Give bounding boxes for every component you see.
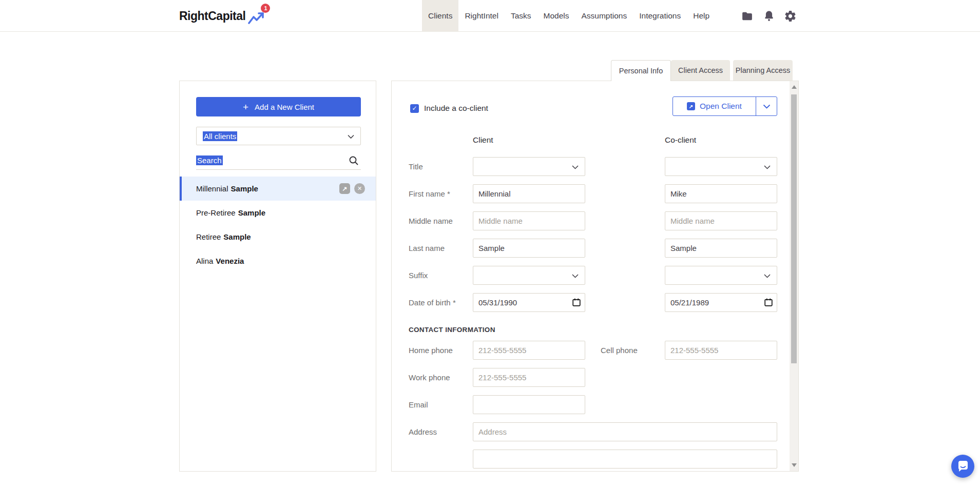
tab-personal-info[interactable]: Personal Info [611, 60, 671, 81]
client-search-value: Search [196, 155, 223, 165]
dob-label: Date of birth * [409, 293, 456, 312]
gear-icon[interactable] [784, 10, 797, 23]
email-input[interactable] [473, 395, 585, 414]
add-new-client-button[interactable]: + Add a New Client [196, 97, 361, 116]
cell-phone-input[interactable] [665, 341, 777, 360]
chevron-down-icon [348, 132, 354, 141]
client-row-retiree-sample[interactable]: Retiree Sample [180, 225, 376, 249]
plus-icon: + [243, 102, 248, 112]
nav-item-models[interactable]: Models [537, 0, 575, 32]
nav-item-clients[interactable]: Clients [422, 0, 458, 32]
include-co-client-row: ✓ Include a co-client [410, 104, 488, 113]
close-icon[interactable]: ✕ [354, 183, 365, 194]
chevron-down-icon [764, 271, 771, 280]
contact-information-heading: CONTACT INFORMATION [409, 326, 495, 334]
middle-name-input-client[interactable] [473, 211, 585, 230]
search-icon [349, 155, 359, 167]
chat-bubble-icon [957, 460, 969, 472]
scroll-down-arrow-icon[interactable] [792, 463, 797, 467]
nav-item-integrations[interactable]: Integrations [633, 0, 687, 32]
title-select-co-client[interactable] [665, 157, 777, 176]
dob-input-client[interactable] [473, 293, 585, 312]
logo-text: RightCapital [179, 9, 245, 23]
client-row-actions: ↗ ✕ [339, 183, 365, 194]
client-list: Millennial Sample ↗ ✕ Pre-Retiree Sample… [180, 177, 376, 273]
chevron-down-icon [764, 162, 771, 171]
work-phone-label: Work phone [409, 368, 450, 387]
nav-item-assumptions[interactable]: Assumptions [575, 0, 633, 32]
nav-item-help[interactable]: Help [687, 0, 716, 32]
client-first-name: Pre-Retiree [196, 208, 236, 217]
dob-input-co-client[interactable] [665, 293, 777, 312]
client-list-panel: + Add a New Client All clients Search Mi… [179, 81, 376, 472]
last-name-input-client[interactable] [473, 239, 585, 258]
home-phone-input[interactable] [473, 341, 585, 360]
nav-item-tasks[interactable]: Tasks [505, 0, 537, 32]
suffix-select-client[interactable] [473, 266, 585, 285]
include-co-client-checkbox[interactable]: ✓ [410, 104, 419, 113]
open-client-icon[interactable]: ↗ [339, 183, 350, 194]
cell-phone-label: Cell phone [601, 341, 638, 360]
suffix-label: Suffix [409, 266, 428, 285]
tab-client-access[interactable]: Client Access [671, 60, 730, 81]
client-row-pre-retiree-sample[interactable]: Pre-Retiree Sample [180, 201, 376, 225]
nav-item-rightintel[interactable]: RightIntel [458, 0, 504, 32]
client-last-name: Venezia [216, 257, 244, 265]
add-new-client-label: Add a New Client [255, 103, 314, 111]
client-first-name: Millennial [196, 184, 228, 193]
client-first-name: Alina [196, 257, 213, 265]
open-client-split-button: ↗ Open Client [672, 96, 777, 116]
open-client-button[interactable]: ↗ Open Client [673, 97, 756, 115]
suffix-select-co-client[interactable] [665, 266, 777, 285]
client-row-alina-venezia[interactable]: Alina Venezia [180, 249, 376, 273]
middle-name-input-co-client[interactable] [665, 211, 777, 230]
email-label: Email [409, 395, 428, 414]
dob-field-co-client [665, 293, 777, 312]
address-label: Address [409, 422, 437, 441]
middle-name-label: Middle name [409, 211, 453, 230]
title-select-client[interactable] [473, 157, 585, 176]
primary-nav: Clients RightIntel Tasks Models Assumpti… [422, 0, 716, 32]
external-link-icon: ↗ [687, 102, 695, 110]
last-name-label: Last name [409, 239, 445, 258]
client-search-input[interactable]: Search [196, 151, 361, 170]
app-screen: RightCapital 1 Clients RightIntel Tasks … [0, 0, 980, 487]
form-scrollbar[interactable] [790, 81, 798, 471]
rightcapital-logo[interactable]: RightCapital 1 [179, 0, 266, 32]
top-header: RightCapital 1 Clients RightIntel Tasks … [0, 0, 980, 32]
work-phone-input[interactable] [473, 368, 585, 387]
co-client-column-header: Co-client [665, 135, 777, 145]
open-client-label: Open Client [700, 102, 742, 111]
client-filter-select[interactable]: All clients [196, 127, 361, 145]
title-label: Title [409, 157, 423, 176]
address-line1-input[interactable] [473, 422, 777, 441]
client-first-name: Retiree [196, 232, 221, 241]
client-row-millennial-sample[interactable]: Millennial Sample ↗ ✕ [180, 177, 376, 201]
folder-icon[interactable] [741, 10, 754, 23]
last-name-input-co-client[interactable] [665, 239, 777, 258]
tab-planning-access[interactable]: Planning Access [733, 60, 793, 81]
bell-icon[interactable] [762, 10, 775, 23]
client-last-name: Sample [238, 208, 265, 217]
first-name-input-co-client[interactable] [665, 184, 777, 203]
first-name-label: First name * [409, 184, 450, 203]
open-client-dropdown-toggle[interactable] [756, 97, 777, 115]
home-phone-label: Home phone [409, 341, 453, 360]
client-filter-value: All clients [203, 131, 237, 141]
client-last-name: Sample [223, 232, 251, 241]
scroll-up-arrow-icon[interactable] [792, 85, 797, 89]
client-column-header: Client [473, 135, 585, 145]
dob-field-client [473, 293, 585, 312]
personal-info-panel: ✓ Include a co-client ↗ Open Client Clie… [391, 81, 799, 472]
client-last-name: Sample [231, 184, 258, 193]
chat-launcher-button[interactable] [951, 455, 974, 478]
first-name-input-client[interactable] [473, 184, 585, 203]
chevron-down-icon [572, 271, 579, 280]
include-co-client-label: Include a co-client [424, 104, 488, 113]
scrollbar-thumb[interactable] [791, 94, 797, 363]
address-line2-input[interactable] [473, 450, 777, 469]
logo-trend-icon: 1 [247, 11, 266, 27]
notification-badge: 1 [261, 4, 270, 13]
header-icon-group [741, 0, 797, 32]
chevron-down-icon [572, 162, 579, 171]
